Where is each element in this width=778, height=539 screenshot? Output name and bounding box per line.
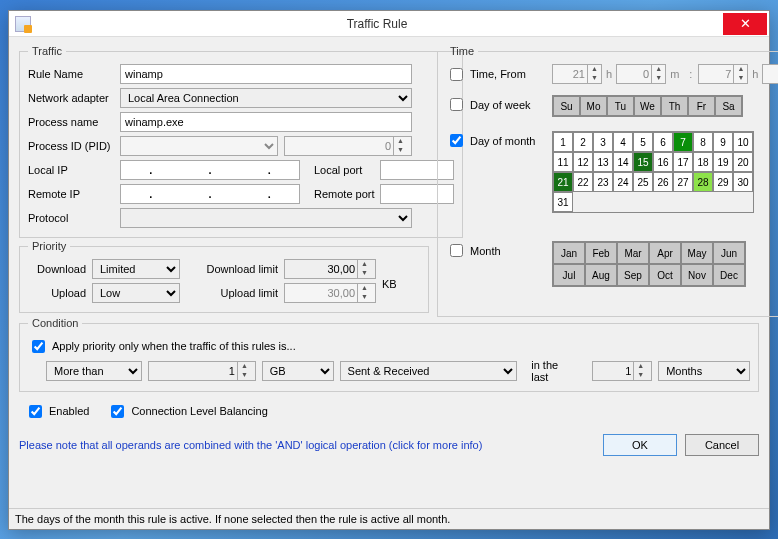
day-cell[interactable]: 19 (713, 152, 733, 172)
weekday-cell[interactable]: Fr (688, 96, 715, 116)
month-cell[interactable]: Jan (553, 242, 585, 264)
condition-group: Condition Apply priority only when the t… (19, 317, 759, 392)
condition-direction-select[interactable]: Sent & Received (340, 361, 518, 381)
titlebar[interactable]: Traffic Rule ✕ (9, 11, 769, 37)
day-cell[interactable]: 23 (593, 172, 613, 192)
upload-limit-spinner[interactable]: ▲▼ (284, 283, 376, 303)
weekday-cell[interactable]: Tu (607, 96, 634, 116)
local-ip-input[interactable]: ... (120, 160, 300, 180)
process-input[interactable] (120, 112, 412, 132)
pid-label: Process ID (PID) (28, 140, 120, 152)
day-cell[interactable]: 2 (573, 132, 593, 152)
month-cell[interactable]: Apr (649, 242, 681, 264)
month-cell[interactable]: Mar (617, 242, 649, 264)
condition-op-select[interactable]: More than (46, 361, 142, 381)
month-cell[interactable]: Jun (713, 242, 745, 264)
rule-name-label: Rule Name (28, 68, 120, 80)
adapter-select[interactable]: Local Area Connection (120, 88, 412, 108)
weekday-cell[interactable]: Mo (580, 96, 607, 116)
remote-port-label: Remote port (314, 188, 380, 200)
month-cell[interactable]: Sep (617, 264, 649, 286)
protocol-select[interactable] (120, 208, 412, 228)
day-cell[interactable]: 4 (613, 132, 633, 152)
app-icon (15, 16, 31, 32)
day-cell[interactable]: 20 (733, 152, 753, 172)
process-label: Process name (28, 116, 120, 128)
day-cell[interactable]: 7 (673, 132, 693, 152)
close-button[interactable]: ✕ (723, 13, 767, 35)
month-cell[interactable]: Nov (681, 264, 713, 286)
month-cell[interactable]: Aug (585, 264, 617, 286)
day-cell[interactable]: 22 (573, 172, 593, 192)
download-limit-spinner[interactable]: ▲▼ (284, 259, 376, 279)
to-hour-spinner[interactable]: ▲▼ (698, 64, 748, 84)
day-cell[interactable]: 26 (653, 172, 673, 192)
day-cell[interactable]: 10 (733, 132, 753, 152)
day-cell[interactable]: 17 (673, 152, 693, 172)
condition-amount-spinner[interactable]: ▲▼ (148, 361, 256, 381)
dow-checkbox[interactable] (450, 98, 463, 111)
day-cell[interactable]: 29 (713, 172, 733, 192)
day-cell[interactable]: 9 (713, 132, 733, 152)
weekday-cell[interactable]: Th (661, 96, 688, 116)
day-cell[interactable]: 1 (553, 132, 573, 152)
pid-spinner[interactable]: ▲▼ (284, 136, 412, 156)
day-cell[interactable]: 15 (633, 152, 653, 172)
upload-select[interactable]: Low (92, 283, 180, 303)
clb-checkbox[interactable] (111, 405, 124, 418)
month-cell[interactable]: Dec (713, 264, 745, 286)
day-cell[interactable]: 18 (693, 152, 713, 172)
day-cell[interactable]: 21 (553, 172, 573, 192)
clb-label: Connection Level Balancing (131, 405, 267, 417)
month-cell[interactable]: Oct (649, 264, 681, 286)
condition-unit-select[interactable]: GB (262, 361, 334, 381)
month-cell[interactable]: Jul (553, 264, 585, 286)
pid-select[interactable] (120, 136, 278, 156)
weekday-cell[interactable]: We (634, 96, 661, 116)
day-cell[interactable]: 16 (653, 152, 673, 172)
dom-checkbox[interactable] (450, 134, 463, 147)
period-n-spinner[interactable]: ▲▼ (592, 361, 652, 381)
day-cell[interactable]: 6 (653, 132, 673, 152)
month-checkbox[interactable] (450, 244, 463, 257)
time-from-checkbox[interactable] (450, 68, 463, 81)
day-cell[interactable]: 13 (593, 152, 613, 172)
priority-group: Priority Download Limited Download limit… (19, 240, 429, 313)
weekday-cell[interactable]: Su (553, 96, 580, 116)
month-cell[interactable]: Feb (585, 242, 617, 264)
day-grid[interactable]: 1234567891011121314151617181920212223242… (552, 131, 754, 213)
weekday-grid[interactable]: SuMoTuWeThFrSa (552, 95, 743, 117)
upload-limit-label: Upload limit (204, 287, 284, 299)
cancel-button[interactable]: Cancel (685, 434, 759, 456)
from-min-spinner[interactable]: ▲▼ (616, 64, 666, 84)
day-cell[interactable]: 8 (693, 132, 713, 152)
from-hour-spinner[interactable]: ▲▼ (552, 64, 602, 84)
ok-button[interactable]: OK (603, 434, 677, 456)
remote-ip-input[interactable]: ... (120, 184, 300, 204)
day-cell[interactable]: 14 (613, 152, 633, 172)
month-label: Month (470, 245, 501, 257)
download-select[interactable]: Limited (92, 259, 180, 279)
day-cell[interactable]: 31 (553, 192, 573, 212)
weekday-cell[interactable]: Sa (715, 96, 742, 116)
protocol-label: Protocol (28, 212, 120, 224)
to-min-spinner[interactable]: ▲▼ (762, 64, 778, 84)
day-cell[interactable]: 24 (613, 172, 633, 192)
rule-name-input[interactable] (120, 64, 412, 84)
period-unit-select[interactable]: Months (658, 361, 750, 381)
day-cell[interactable]: 25 (633, 172, 653, 192)
day-cell[interactable]: 28 (693, 172, 713, 192)
note-link[interactable]: Please note that all operands are combin… (19, 439, 482, 451)
day-cell[interactable]: 3 (593, 132, 613, 152)
day-cell[interactable]: 12 (573, 152, 593, 172)
apply-priority-checkbox[interactable] (32, 340, 45, 353)
day-cell[interactable]: 11 (553, 152, 573, 172)
month-grid[interactable]: JanFebMarAprMayJunJulAugSepOctNovDec (552, 241, 746, 287)
traffic-legend: Traffic (28, 45, 66, 57)
day-cell[interactable]: 30 (733, 172, 753, 192)
month-cell[interactable]: May (681, 242, 713, 264)
enabled-checkbox[interactable] (29, 405, 42, 418)
day-cell[interactable]: 5 (633, 132, 653, 152)
day-cell[interactable]: 27 (673, 172, 693, 192)
upload-label: Upload (28, 287, 92, 299)
